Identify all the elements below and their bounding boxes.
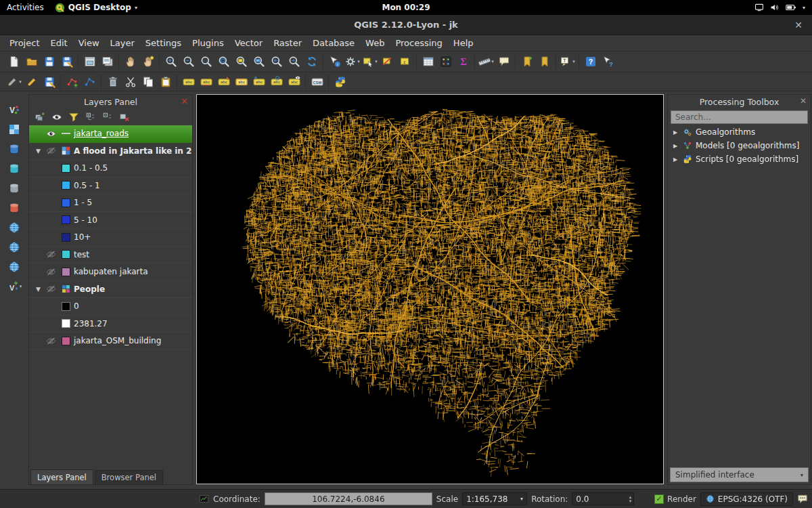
menu-database[interactable]: Database [307, 37, 360, 49]
save-project-as-button[interactable] [58, 54, 75, 70]
move-label-button[interactable]: abc [250, 74, 267, 90]
measure-button[interactable]: ▾ [478, 54, 495, 70]
pan-map-button[interactable] [122, 54, 139, 70]
save-project-button[interactable] [41, 54, 58, 70]
node-tool-button[interactable] [81, 74, 98, 90]
layer-hidden-eye-icon[interactable] [45, 267, 58, 277]
zoom-in-button[interactable] [162, 54, 179, 70]
add-oracle-layer-button[interactable] [5, 199, 23, 216]
layer-item-jakarta-roads[interactable]: jakarta_roads [29, 125, 192, 143]
statistical-summary-button[interactable]: Σ [455, 54, 472, 70]
processing-toolbox-close-button[interactable]: ✕ [800, 96, 807, 106]
layer-item-kabupaten-jakarta[interactable]: kabupaten jakarta [29, 263, 192, 281]
activities-button[interactable]: Activities [7, 3, 44, 12]
remove-layer-button[interactable] [117, 110, 132, 125]
menu-help[interactable]: Help [448, 37, 479, 49]
text-annotation-button[interactable]: T▾ [559, 54, 576, 70]
legend-class-2381-27[interactable]: 2381.27 [29, 316, 192, 333]
menu-processing[interactable]: Processing [390, 37, 447, 49]
legend-class-0-1-0-5[interactable]: 0.1 - 0.5 [29, 160, 192, 177]
new-project-button[interactable] [5, 54, 22, 70]
coordinate-input[interactable] [265, 492, 432, 505]
new-layer-button[interactable]: V▾ [5, 278, 23, 295]
help-contents-button[interactable]: ? [582, 54, 599, 70]
add-group-button[interactable] [32, 110, 47, 125]
dropdown-arrow-icon[interactable]: ▾ [375, 59, 378, 64]
rotation-input[interactable] [572, 494, 629, 504]
expander-icon[interactable]: ▼ [34, 286, 43, 293]
add-feature-button[interactable] [64, 74, 81, 90]
zoom-last-button[interactable] [268, 54, 285, 70]
tab-browser-panel[interactable]: Browser Panel [95, 470, 163, 484]
legend-class-10[interactable]: 10+ [29, 229, 192, 247]
cut-features-button[interactable] [122, 74, 139, 90]
crs-status-button[interactable]: EPSG:4326 (OTF) [700, 492, 793, 506]
legend-class-0-5-1[interactable]: 0.5 - 1 [29, 177, 192, 195]
layer-item-jakarta-osm-building[interactable]: jakarta_OSM_building [29, 333, 192, 350]
window-close-button[interactable]: ✕ [794, 20, 803, 30]
deselect-features-button[interactable] [379, 54, 396, 70]
layer-item-a-flood-in-jakarta-like-in-2007[interactable]: ▼A flood in Jakarta like in 2007 [29, 143, 192, 161]
layer-hidden-eye-icon[interactable] [45, 284, 58, 294]
menu-settings[interactable]: Settings [140, 37, 187, 49]
composer-manager-button[interactable] [99, 54, 116, 70]
run-feature-action-button[interactable]: ▾ [344, 54, 361, 70]
processing-search-input[interactable] [671, 110, 808, 124]
legend-class-0[interactable]: 0 [29, 298, 192, 316]
menu-plugins[interactable]: Plugins [187, 37, 229, 49]
legend-class-5-10[interactable]: 5 - 10 [29, 212, 192, 230]
battery-icon[interactable] [786, 2, 796, 13]
labeling-button[interactable]: abc [180, 74, 197, 90]
zoom-out-button[interactable] [180, 54, 197, 70]
pan-to-selection-button[interactable] [139, 54, 156, 70]
field-calculator-button[interactable] [437, 54, 454, 70]
render-toggle[interactable]: ✓ Render [654, 494, 696, 504]
add-spatialite-layer-button[interactable] [5, 160, 23, 177]
processing-item-gear[interactable]: ▶Geoalgorithms [668, 125, 811, 139]
map-canvas[interactable] [196, 94, 664, 484]
menu-view[interactable]: View [73, 37, 105, 49]
app-menu-button[interactable]: QGIS Desktop ▾ [55, 3, 137, 13]
render-checkbox[interactable]: ✓ [654, 494, 664, 504]
add-postgis-layer-button[interactable] [5, 140, 23, 157]
add-wcs-layer-button[interactable] [5, 238, 23, 255]
show-bookmarks-button[interactable] [536, 54, 553, 70]
current-edits-button[interactable]: ▾ [5, 74, 22, 90]
layer-hidden-eye-icon[interactable] [45, 146, 58, 156]
collapse-all-button[interactable] [100, 110, 115, 125]
layer-visible-eye-icon[interactable] [45, 129, 58, 139]
volume-icon[interactable] [770, 3, 780, 12]
select-by-expression-button[interactable]: ε [397, 54, 413, 70]
whats-this-button[interactable]: ? [600, 54, 616, 70]
paste-features-button[interactable] [157, 74, 174, 90]
layer-item-people[interactable]: ▼People [29, 281, 192, 299]
scale-combobox[interactable]: 1:165,738 ▾ [462, 492, 527, 505]
add-vector-layer-button[interactable]: V [5, 101, 23, 118]
zoom-to-layer-button[interactable] [250, 54, 267, 70]
filter-legend-button[interactable] [66, 110, 81, 125]
change-label-button[interactable]: abc [198, 74, 215, 90]
processing-item-model[interactable]: ▶Models [0 geoalgorithms] [668, 139, 811, 152]
dropdown-arrow-icon[interactable]: ▾ [491, 59, 494, 64]
new-bookmark-button[interactable] [518, 54, 535, 70]
select-features-button[interactable]: ▾ [361, 54, 378, 70]
add-wms-layer-button[interactable] [5, 219, 23, 236]
save-layer-edits-button[interactable] [41, 74, 58, 90]
display-icon[interactable] [754, 3, 764, 12]
zoom-to-selection-button[interactable] [233, 54, 250, 70]
layers-panel-close-button[interactable]: ✕ [181, 96, 188, 106]
menu-edit[interactable]: Edit [45, 37, 72, 49]
dropdown-arrow-icon[interactable]: ▾ [572, 59, 575, 64]
dropdown-arrow-icon[interactable]: ▾ [357, 59, 360, 64]
refresh-button[interactable] [303, 54, 320, 70]
pin-labels-button[interactable]: abc [215, 74, 232, 90]
python-console-button[interactable] [332, 74, 348, 90]
add-wfs-layer-button[interactable] [5, 258, 23, 275]
add-raster-layer-button[interactable] [5, 121, 23, 137]
dropdown-arrow-icon[interactable]: ▾ [19, 79, 22, 85]
zoom-native-button[interactable]: 1:1 [198, 54, 215, 70]
rotate-label-button[interactable]: abc [268, 74, 285, 90]
open-attribute-table-button[interactable] [420, 54, 436, 70]
open-project-button[interactable] [23, 54, 40, 70]
toggle-editing-button[interactable] [23, 74, 40, 90]
